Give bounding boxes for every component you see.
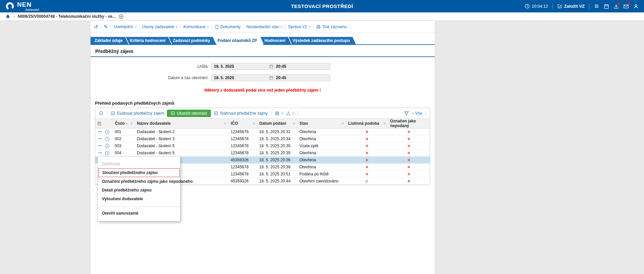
filter-dropdown-icon[interactable]: ▽ [130, 122, 132, 125]
filter-dropdown-icon[interactable]: ▽ [293, 122, 295, 125]
export-grid-button[interactable]: ▽ [286, 111, 294, 116]
toolbar-separator [271, 111, 272, 116]
chevron-down-icon: ▽ [134, 25, 136, 29]
cell-stav: Otevřena [297, 157, 346, 164]
menu-komunikace[interactable]: Komunikace ▽ [183, 24, 209, 29]
row-menu-button[interactable]: ••• [97, 151, 103, 155]
lhuta-field[interactable]: 18. 5. 2025 20:45 [211, 63, 330, 70]
undo-button[interactable]: ↺ [94, 24, 98, 29]
messages-button[interactable] [623, 4, 629, 9]
profile-button[interactable] [633, 4, 639, 9]
row-menu-button[interactable]: ••• [97, 137, 103, 141]
cell-cislo: 003 [113, 143, 135, 150]
notifications-bell-button[interactable] [99, 111, 104, 116]
filter-dropdown-icon[interactable]: ▽ [224, 122, 226, 125]
deadline-fields: Lhůta: 18. 5. 2025 20:45 Datum a čas ote… [91, 63, 435, 81]
chevron-down-icon: ▽ [207, 25, 209, 29]
row-info-button[interactable]: i [105, 144, 109, 148]
cell-datum: 18. 5. 2025 20:38 [257, 164, 297, 171]
tab-podani-ucastniku-zp[interactable]: Podání účastníků ZP [214, 37, 263, 45]
row-info-button[interactable]: i [105, 151, 109, 155]
cell-nazev: Dodavatel - školení 5 [135, 150, 229, 157]
tab-bar: Základní údaje Kritéria hodnocení Zadáva… [91, 37, 435, 45]
column-header-datum[interactable]: Datum podání▽ [257, 119, 297, 128]
oteviranie-time-value: 20:45 [275, 75, 286, 80]
stahnout-zajmy-button[interactable]: Stáhnout předběžné zájmy [214, 111, 268, 116]
cross-icon: × [407, 129, 410, 134]
toolbar-separator [298, 111, 298, 116]
column-header-nazev[interactable]: Název dodavatele▽ [135, 119, 229, 128]
cell-nepodany: × [388, 157, 430, 164]
print-grid-button[interactable]: ▽ [275, 111, 283, 116]
row-info-button[interactable]: i [105, 137, 109, 141]
toolbar-separator [425, 111, 426, 116]
column-header-listinna[interactable]: Listinná podoba▽ [346, 119, 388, 128]
filter-dropdown-icon[interactable]: ▽ [342, 122, 344, 125]
row-menu-button[interactable]: ••• [97, 144, 103, 148]
filter-preset-dropdown[interactable]: ▽ Vše [412, 111, 422, 116]
tab-kriteria-hodnoceni[interactable]: Kritéria hodnocení [126, 37, 171, 44]
home-button[interactable] [5, 14, 10, 19]
menu-tisk-zaznamu[interactable]: Tisk záznamu [316, 24, 347, 29]
column-header-ico[interactable]: IČO▽ [229, 119, 257, 128]
create-vz-button[interactable]: Založit VZ [557, 4, 585, 9]
tab-zadavaci-podminky[interactable]: Zadávací podmínky [169, 37, 216, 44]
cell-ico: 45359326 [229, 178, 257, 185]
row-info-button[interactable]: i [105, 130, 109, 134]
command-bar: ↺ ✎ Uveřejnění ▽ Úkony zadavatele ▽ Komu… [91, 21, 435, 33]
field-label-oteviranie: Datum a čas otevírání: [91, 75, 211, 80]
ctx-oznaceni-nepodaneho[interactable]: Označení předběžného zájmu jako nepodané… [98, 177, 180, 186]
cell-datum: 18. 5. 2025 20:35 [257, 150, 297, 157]
tab-zakladni-udaje[interactable]: Základní údaje [91, 37, 128, 44]
register-icon [111, 111, 115, 116]
cell-cislo: 004 [113, 150, 135, 157]
stahnout-zajmy-label: Stáhnout předběžné zájmy [220, 111, 268, 116]
cross-icon: × [407, 136, 410, 142]
ctx-slouceni-zajmu[interactable]: Sloučení předběžného zájmu [98, 168, 180, 177]
column-settings-header[interactable] [95, 119, 113, 128]
main-menu-button[interactable] [594, 4, 599, 9]
nen-logo[interactable]: NEN Zadavatel [5, 1, 39, 11]
cross-icon: × [365, 129, 368, 134]
filter-button[interactable] [404, 111, 409, 116]
menu-ukony-zadavatele[interactable]: Úkony zadavatele ▽ [142, 24, 178, 29]
cell-listinna: × [346, 164, 388, 171]
field-label-lhuta: Lhůta: [91, 64, 211, 69]
cell-ico: 12345678 [229, 150, 257, 157]
menu-uverejneni[interactable]: Uveřejnění ▽ [114, 24, 136, 29]
edit-record-button[interactable]: ✎ [104, 24, 108, 29]
tab-vysledek-zadavaciho-postupu[interactable]: Výsledek zadávacího postupu [289, 37, 356, 44]
filter-dropdown-icon[interactable]: ▽ [253, 122, 255, 125]
ukoncit-oteviranie-button[interactable]: Ukončit otevírání [167, 110, 211, 117]
cross-icon: × [407, 150, 410, 156]
row-menu-button[interactable]: ••• [97, 130, 103, 134]
menu-nestandardni-stav[interactable]: Nestandardní stav ▽ [246, 24, 283, 29]
downloads-badge [618, 2, 620, 5]
breadcrumb-item[interactable]: N006/25/V00004748 - Telekomunikační služ… [18, 14, 116, 19]
menu-dokumenty[interactable]: Dokumenty [215, 24, 241, 29]
downloads-button[interactable] [613, 4, 619, 9]
menu-sprava-vz[interactable]: Správa VZ ▽ [288, 24, 310, 29]
cross-icon: × [407, 178, 410, 184]
cell-datum: 18. 5. 2025 20:36 [257, 157, 297, 164]
evidovat-zajem-button[interactable]: Evidovat předběžný zájem [111, 111, 164, 116]
menu-label: Dokumenty [220, 24, 241, 29]
row-context-menu: Dešifrovat Sloučení předběžného zájmu Oz… [98, 156, 180, 221]
ctx-otevrit-samostatne[interactable]: Otevřít samostatně [98, 208, 180, 218]
breadcrumb-close-button[interactable] [119, 14, 124, 19]
tab-hodnoceni[interactable]: Hodnocení [260, 37, 291, 44]
filter-dropdown-icon[interactable]: ▽ [384, 122, 386, 125]
grid-toolbar: Evidovat předběžný zájem Ukončit otevírá… [95, 108, 430, 118]
column-header-cislo[interactable]: Číslo↑▽ [113, 119, 135, 128]
ctx-vylouceni-dodavatele[interactable]: Vyloučení dodavatele [98, 195, 180, 203]
oteviranie-field[interactable]: 18. 5. 2025 20:45 [211, 74, 330, 81]
calendar-button[interactable] [604, 4, 609, 9]
column-header-nepodany[interactable]: Označen jako nepodaný [388, 119, 430, 128]
cell-nazev: Dodavatel - školení 3 [135, 135, 229, 143]
menu-label: Nestandardní stav [246, 24, 279, 29]
menu-label: Komunikace [183, 24, 206, 29]
content-panel: ↺ ✎ Uveřejnění ▽ Úkony zadavatele ▽ Komu… [91, 21, 435, 274]
column-header-stav[interactable]: Stav▽ [297, 119, 346, 128]
ctx-detail-zajmu[interactable]: Detail předběžného zájmu [98, 186, 180, 195]
table-row: •••i 003 Dodavatel - školení 5 12345678 … [95, 143, 430, 150]
